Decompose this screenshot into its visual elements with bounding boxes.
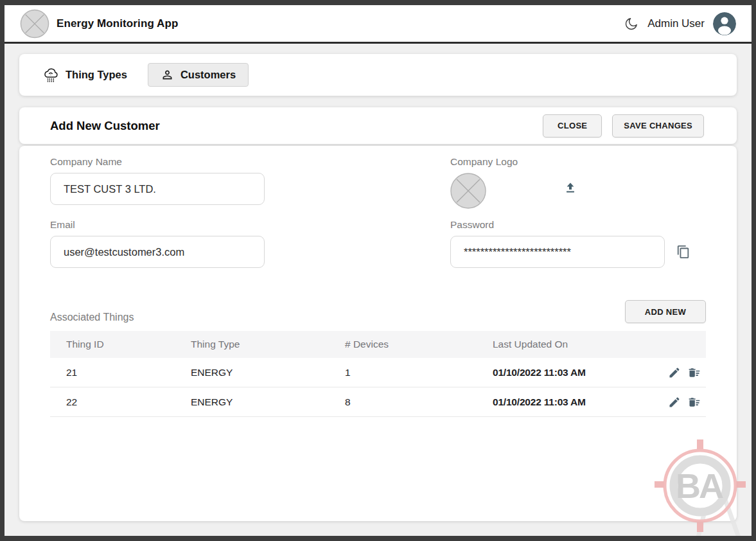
nav-card: Thing Types Customers	[19, 54, 737, 96]
cell-thing-type: ENERGY	[191, 396, 345, 408]
moon-icon[interactable]	[624, 16, 639, 31]
tab-customers-label: Customers	[180, 69, 236, 81]
copy-icon[interactable]	[676, 245, 690, 259]
cell-thing-type: ENERGY	[191, 367, 345, 378]
table-row: 22 ENERGY 8 01/10/2022 11:03 AM	[50, 387, 706, 417]
cell-thing-id: 21	[50, 367, 191, 378]
cell-thing-id: 22	[50, 396, 191, 408]
close-button[interactable]: CLOSE	[543, 114, 602, 137]
email-field-group: Email	[50, 219, 265, 268]
cell-last-updated: 01/10/2022 11:03 AM	[493, 367, 651, 378]
email-label: Email	[50, 219, 265, 231]
top-bar-right: Admin User	[624, 12, 736, 35]
iot-cloud-icon	[42, 67, 59, 84]
col-last-updated: Last Updated On	[493, 339, 651, 350]
app-logo-placeholder-icon	[20, 9, 49, 39]
company-name-label: Company Name	[50, 156, 265, 168]
app-window: Energy Monitoring App Admin User	[4, 5, 752, 536]
save-changes-button[interactable]: SAVE CHANGES	[612, 114, 704, 137]
password-label: Password	[450, 219, 665, 231]
app-title: Energy Monitoring App	[57, 17, 178, 30]
person-icon	[161, 68, 174, 82]
edit-pencil-icon[interactable]	[668, 396, 681, 409]
customer-form: Company Name Company Logo	[50, 156, 706, 278]
table-row: 21 ENERGY 1 01/10/2022 11:03 AM	[50, 358, 706, 387]
avatar-icon[interactable]	[713, 12, 736, 35]
top-bar: Energy Monitoring App Admin User	[4, 5, 752, 44]
password-input[interactable]	[450, 236, 665, 268]
associated-things-title: Associated Things	[50, 312, 134, 323]
cell-devices: 8	[345, 396, 493, 408]
associated-things-header: Associated Things ADD NEW	[50, 300, 706, 323]
delete-sweep-icon[interactable]	[688, 366, 701, 379]
content-area: Thing Types Customers Add New Customer C…	[4, 44, 752, 521]
table-header-row: Thing ID Thing Type # Devices Last Updat…	[50, 331, 706, 358]
password-field-group: Password	[450, 219, 665, 268]
associated-things-table: Thing ID Thing Type # Devices Last Updat…	[50, 331, 706, 417]
company-name-input[interactable]	[50, 173, 265, 205]
upload-icon[interactable]	[564, 182, 577, 195]
brand: Energy Monitoring App	[20, 9, 178, 39]
cell-last-updated: 01/10/2022 11:03 AM	[493, 396, 651, 408]
col-thing-id: Thing ID	[50, 339, 191, 350]
col-devices: # Devices	[345, 339, 493, 350]
panel-header-actions: CLOSE SAVE CHANGES	[543, 114, 704, 137]
company-logo-label: Company Logo	[450, 156, 665, 168]
email-input[interactable]	[50, 236, 265, 268]
company-name-field-group: Company Name	[50, 156, 265, 209]
user-name: Admin User	[647, 17, 705, 30]
company-logo-field-group: Company Logo	[450, 156, 665, 209]
panel-header: Add New Customer CLOSE SAVE CHANGES	[19, 107, 737, 144]
page-title: Add New Customer	[50, 119, 160, 133]
col-thing-type: Thing Type	[191, 339, 345, 350]
company-logo-placeholder-icon	[450, 173, 486, 209]
tab-thing-types-label: Thing Types	[66, 69, 127, 81]
tab-thing-types[interactable]: Thing Types	[40, 62, 130, 88]
panel-body: Company Name Company Logo	[19, 146, 737, 521]
tab-customers[interactable]: Customers	[148, 63, 249, 87]
delete-sweep-icon[interactable]	[688, 396, 701, 409]
add-new-button[interactable]: ADD NEW	[625, 300, 706, 323]
cell-devices: 1	[345, 367, 493, 378]
edit-pencil-icon[interactable]	[668, 366, 681, 379]
